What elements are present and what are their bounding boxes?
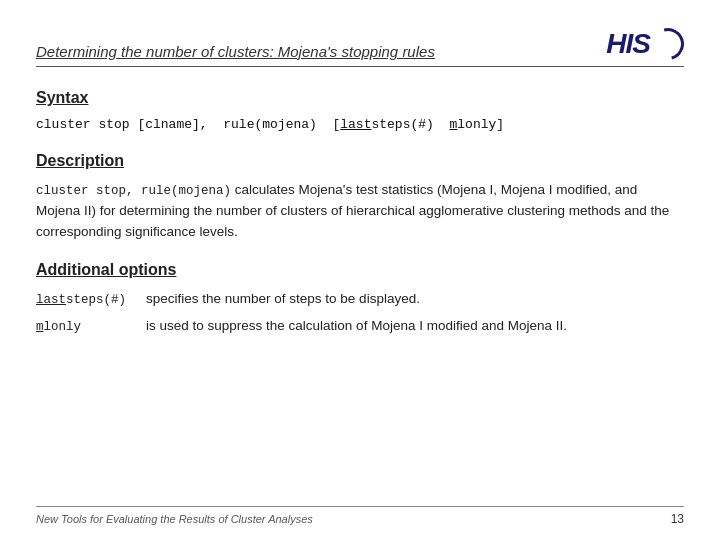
option-row-laststeps: laststeps(#) specifies the number of ste… xyxy=(36,289,684,310)
syntax-section: Syntax cluster stop [clname], rule(mojen… xyxy=(36,89,684,132)
syntax-last-underline: last xyxy=(340,117,371,132)
description-text: cluster stop, rule(mojena) calculates Mo… xyxy=(36,180,684,243)
description-section: Description cluster stop, rule(mojena) c… xyxy=(36,152,684,243)
description-inline-code: cluster stop, rule(mojena) xyxy=(36,184,231,198)
slide: Determining the number of clusters: Moje… xyxy=(0,0,720,540)
last-underline: last xyxy=(36,293,66,307)
syntax-block: cluster stop [clname], rule(mojena) [las… xyxy=(36,117,684,132)
description-heading: Description xyxy=(36,152,684,170)
syntax-fixed: cluster stop [clname], rule(mojena) [ xyxy=(36,117,340,132)
footer-text: New Tools for Evaluating the Results of … xyxy=(36,513,313,525)
header: Determining the number of clusters: Moje… xyxy=(36,28,684,67)
option-code-laststeps: laststeps(#) xyxy=(36,291,146,310)
syntax-steps: steps(#) xyxy=(371,117,449,132)
option-row-mlonly: mlonly is used to suppress the calculati… xyxy=(36,316,684,337)
option-desc-mlonly: is used to suppress the calculation of M… xyxy=(146,316,684,336)
additional-options-heading: Additional options xyxy=(36,261,684,279)
syntax-lonly: lonly] xyxy=(457,117,504,132)
option-code-mlonly: mlonly xyxy=(36,318,146,337)
footer: New Tools for Evaluating the Results of … xyxy=(36,506,684,526)
his-logo: HIS xyxy=(606,28,684,60)
logo-arc-icon xyxy=(646,22,690,66)
syntax-heading: Syntax xyxy=(36,89,684,107)
option-desc-laststeps: specifies the number of steps to be disp… xyxy=(146,289,684,309)
additional-options-section: Additional options laststeps(#) specifie… xyxy=(36,261,684,337)
m-underline: m xyxy=(36,320,44,334)
logo-text: HIS xyxy=(606,30,650,58)
footer-page: 13 xyxy=(671,512,684,526)
slide-title: Determining the number of clusters: Moje… xyxy=(36,43,435,60)
